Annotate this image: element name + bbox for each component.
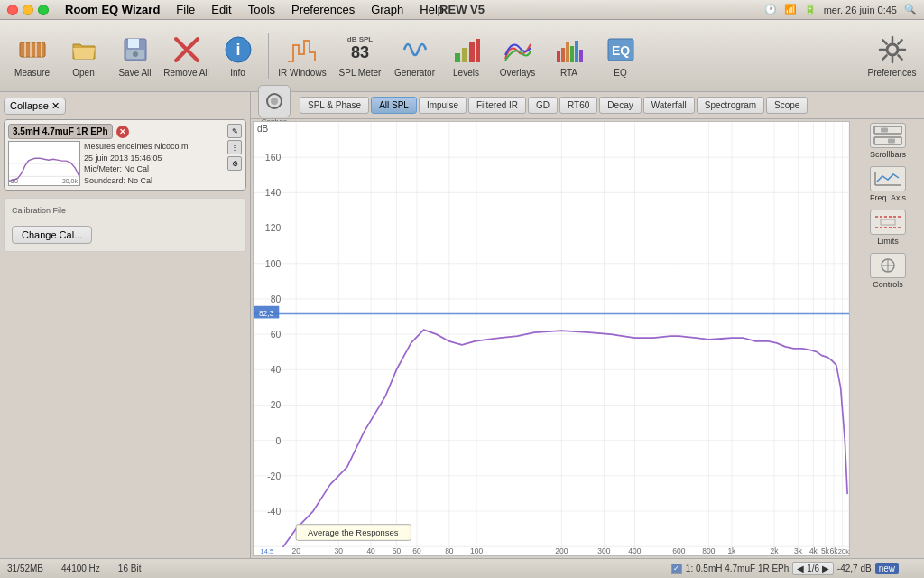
- measurement-preview: 20 20,0k: [8, 141, 80, 186]
- menu-edit[interactable]: Edit: [204, 1, 238, 18]
- eq-icon: EQ: [605, 33, 637, 66]
- measurement-close-button[interactable]: ✕: [116, 126, 129, 138]
- menu-app[interactable]: Room EQ Wizard: [58, 1, 167, 18]
- remove-all-button[interactable]: Remove All: [162, 25, 211, 87]
- freq-axis-button[interactable]: Freq. Axis: [856, 166, 919, 202]
- svg-rect-6: [128, 39, 139, 48]
- meas-cal-button[interactable]: ⚙: [227, 156, 242, 171]
- svg-rect-17: [557, 51, 560, 62]
- status-new-badge: new: [875, 563, 899, 574]
- ir-windows-label: IR Windows: [278, 68, 326, 78]
- graph-container: dB: [253, 121, 850, 556]
- ir-windows-button[interactable]: IR Windows: [274, 25, 330, 87]
- tab-impulse[interactable]: Impulse: [419, 97, 467, 114]
- svg-text:0: 0: [275, 434, 281, 445]
- svg-text:60: 60: [412, 546, 421, 555]
- memory-usage: 31/52MB: [7, 564, 43, 573]
- tab-waterfall[interactable]: Waterfall: [643, 97, 695, 114]
- left-arrow-icon[interactable]: ◀: [797, 564, 804, 573]
- tab-spectrogram[interactable]: Spectrogram: [697, 97, 764, 114]
- spl-meter-button[interactable]: dB SPL 83 SPL Meter: [332, 25, 388, 87]
- clock-icon: 🕐: [764, 4, 777, 15]
- statusbar: 31/52MB 44100 Hz 16 Bit ✓ 1: 0.5mH 4.7mu…: [0, 558, 924, 578]
- toolbar-separator-1: [268, 33, 269, 79]
- measurement-entry: 3.5mH 4.7muF 1R EPh ✕ 20 20,0k: [4, 119, 246, 191]
- controls-label: Controls: [873, 280, 903, 289]
- tab-spl-phase[interactable]: SPL & Phase: [300, 97, 369, 114]
- cal-section: Calibration File Change Cal...: [4, 198, 246, 252]
- ir-windows-icon: [286, 33, 319, 66]
- svg-rect-15: [469, 42, 475, 62]
- svg-rect-13: [455, 53, 460, 62]
- tab-filtered-ir[interactable]: Filtered IR: [468, 97, 526, 114]
- toolbar-separator-2: [651, 33, 651, 79]
- meas-edit-button[interactable]: ✎: [227, 124, 242, 138]
- freq-max: 20,0k: [62, 178, 78, 184]
- open-button[interactable]: Open: [59, 25, 108, 87]
- svg-text:800: 800: [702, 546, 715, 555]
- menu-items: Room EQ Wizard File Edit Tools Preferenc…: [58, 1, 764, 18]
- collapse-button[interactable]: Collapse ✕: [4, 98, 66, 115]
- close-button[interactable]: [7, 5, 18, 15]
- preferences-icon: [876, 33, 909, 66]
- svg-rect-108: [881, 219, 895, 225]
- meas-icons: ✎ ⋮ ⚙: [227, 124, 242, 171]
- capture-button[interactable]: [258, 85, 291, 117]
- battery-icon: 🔋: [804, 4, 817, 15]
- svg-text:40: 40: [271, 364, 282, 375]
- status-measurement: ✓ 1: 0.5mH 4.7muF 1R EPh ◀ 1/6 ▶ -42,7 d…: [671, 562, 899, 575]
- search-icon[interactable]: 🔍: [904, 4, 917, 15]
- scrollbars-button[interactable]: Scrollbars: [856, 123, 919, 159]
- change-cal-button[interactable]: Change Cal...: [12, 226, 92, 244]
- measure-button[interactable]: Measure: [7, 25, 57, 87]
- preferences-button[interactable]: Preferences: [867, 25, 917, 87]
- svg-text:6k: 6k: [830, 546, 839, 555]
- menu-file[interactable]: File: [169, 1, 202, 18]
- tab-decay[interactable]: Decay: [599, 97, 641, 114]
- toolbar: Measure Open Save All Remo: [0, 20, 924, 92]
- overlays-icon: [502, 33, 534, 66]
- right-panel: Capture SPL & Phase All SPL Impulse Filt…: [251, 92, 924, 558]
- menu-tools[interactable]: Tools: [241, 1, 282, 18]
- svg-rect-22: [579, 50, 583, 62]
- left-panel: Collapse ✕ 3.5mH 4.7muF 1R EPh ✕: [0, 92, 251, 558]
- minimize-button[interactable]: [23, 5, 33, 15]
- svg-text:1k: 1k: [727, 546, 736, 555]
- info-label: Info: [230, 68, 245, 78]
- rta-button[interactable]: RTA: [544, 25, 594, 87]
- svg-text:60: 60: [271, 329, 282, 340]
- collapse-icon: ✕: [51, 100, 60, 112]
- status-check-icon[interactable]: ✓: [671, 564, 682, 574]
- levels-button[interactable]: Levels: [441, 25, 491, 87]
- measure-icon: [16, 33, 49, 66]
- eq-button[interactable]: EQ EQ: [596, 25, 645, 87]
- scrollbars-label: Scrollbars: [870, 150, 906, 159]
- save-all-button[interactable]: Save All: [110, 25, 160, 87]
- maximize-button[interactable]: [38, 5, 49, 15]
- svg-point-25: [887, 44, 898, 55]
- collapse-label: Collapse: [10, 100, 49, 111]
- scrollbars-icon: [870, 123, 906, 148]
- freq-axis-label: Freq. Axis: [870, 193, 906, 202]
- tab-gd[interactable]: GD: [528, 97, 558, 114]
- menu-graph[interactable]: Graph: [364, 1, 411, 18]
- tab-scope[interactable]: Scope: [766, 97, 808, 114]
- generator-button[interactable]: Generator: [390, 25, 439, 87]
- overlays-button[interactable]: Overlays: [493, 25, 542, 87]
- svg-text:100: 100: [265, 257, 281, 268]
- datetime: mer. 26 juin 0:45: [824, 5, 897, 15]
- svg-text:4k: 4k: [809, 546, 818, 555]
- controls-button[interactable]: Controls: [856, 253, 919, 289]
- meas-more-button[interactable]: ⋮: [227, 140, 242, 154]
- right-arrow-icon[interactable]: ▶: [822, 564, 829, 573]
- menu-preferences[interactable]: Preferences: [284, 1, 362, 18]
- levels-icon: [450, 33, 483, 66]
- tab-all-spl[interactable]: All SPL: [371, 97, 417, 114]
- info-button[interactable]: i Info: [213, 25, 263, 87]
- meas-date: 25 juin 2013 15:46:05: [84, 153, 189, 164]
- svg-text:80: 80: [271, 294, 282, 304]
- tab-rt60[interactable]: RT60: [559, 97, 597, 114]
- limits-button[interactable]: Limits: [856, 210, 919, 246]
- remove-all-label: Remove All: [163, 68, 209, 78]
- status-fraction-control[interactable]: ◀ 1/6 ▶: [792, 562, 833, 575]
